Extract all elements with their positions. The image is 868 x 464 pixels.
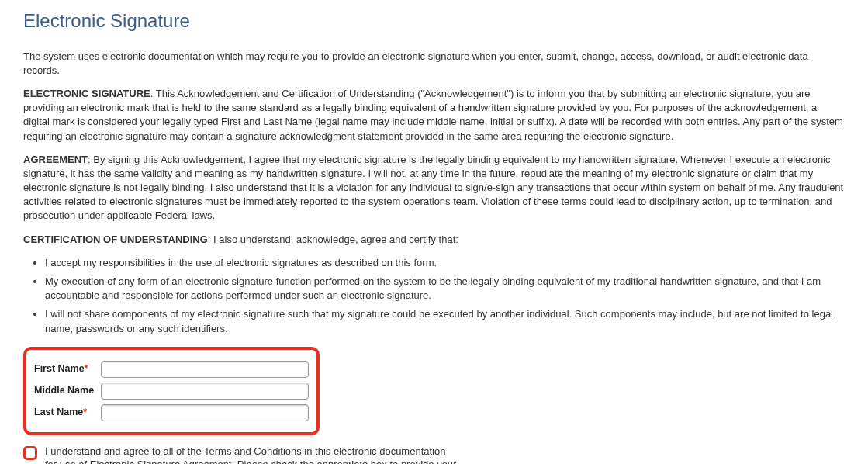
first-name-label: First Name* xyxy=(34,362,101,376)
agreement-text: : By signing this Acknowledgement, I agr… xyxy=(23,154,843,222)
certification-text: : I also understand, acknowledge, agree … xyxy=(208,234,458,245)
required-mark: * xyxy=(85,363,88,374)
middle-name-label: Middle Name xyxy=(34,384,101,398)
certification-paragraph: CERTIFICATION OF UNDERSTANDING: I also u… xyxy=(23,233,845,247)
certification-list: I accept my responsibilities in the use … xyxy=(23,256,845,336)
list-item: I will not share components of my electr… xyxy=(45,307,845,335)
name-input-group: First Name* Middle Name Last Name* xyxy=(23,347,320,435)
electronic-signature-label: ELECTRONIC SIGNATURE xyxy=(23,88,150,99)
agreement-label: AGREEMENT xyxy=(23,154,88,165)
last-name-input[interactable] xyxy=(101,404,309,421)
consent-checkbox[interactable] xyxy=(23,446,37,460)
middle-name-input[interactable] xyxy=(101,383,309,400)
required-mark: * xyxy=(83,407,87,417)
consent-text: I understand and agree to all of the Ter… xyxy=(45,445,458,464)
electronic-signature-paragraph: ELECTRONIC SIGNATURE. This Acknowledgeme… xyxy=(23,87,845,144)
agreement-paragraph: AGREEMENT: By signing this Acknowledgeme… xyxy=(23,153,845,223)
consent-row: I understand and agree to all of the Ter… xyxy=(23,445,458,464)
list-item: I accept my responsibilities in the use … xyxy=(45,256,845,270)
page-title: Electronic Signature xyxy=(23,8,845,34)
certification-label: CERTIFICATION OF UNDERSTANDING xyxy=(23,234,208,245)
intro-paragraph: The system uses electronic documentation… xyxy=(23,50,845,78)
list-item: My execution of any form of an electroni… xyxy=(45,275,845,303)
first-name-input[interactable] xyxy=(101,361,309,378)
last-name-label: Last Name* xyxy=(34,406,101,420)
